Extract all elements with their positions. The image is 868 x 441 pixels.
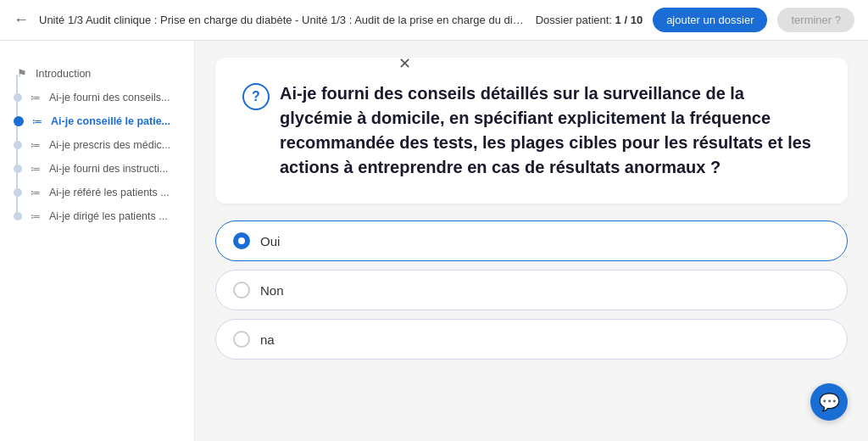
- option-non[interactable]: Non: [215, 270, 848, 310]
- question-text: Ai-je fourni des conseils détaillés sur …: [280, 81, 821, 180]
- sidebar-nav: ⚑ Introduction ≔ Ai-je fourni des consei…: [0, 54, 194, 235]
- question-icon: ?: [242, 83, 270, 110]
- list-icon: ≔: [31, 92, 41, 103]
- question-card: ? Ai-je fourni des conseils détaillés su…: [215, 58, 848, 204]
- list-icon: ≔: [32, 115, 42, 127]
- sidebar-item-label: Ai-je prescris des médic...: [49, 139, 170, 151]
- content-area: ✕ ? Ai-je fourni des conseils détaillés …: [195, 41, 868, 441]
- sidebar: ⚑ Introduction ≔ Ai-je fourni des consei…: [0, 41, 195, 441]
- option-label-na: na: [260, 332, 275, 347]
- sidebar-item-label: Ai-je dirigé les patients ...: [49, 210, 168, 222]
- close-button[interactable]: ✕: [398, 54, 411, 73]
- dot-icon: [14, 141, 22, 149]
- list-icon: ≔: [31, 187, 41, 198]
- dot-icon: [14, 116, 24, 126]
- sidebar-item-label: Ai-je fourni des conseils...: [49, 92, 170, 103]
- header-title: Unité 1/3 Audit clinique : Prise en char…: [39, 14, 526, 26]
- radio-na: [233, 331, 250, 348]
- sidebar-item-label: Ai-je fourni des instructi...: [49, 163, 168, 175]
- sidebar-item-introduction[interactable]: ⚑ Introduction: [0, 61, 194, 86]
- options-list: Oui Non na: [215, 220, 848, 360]
- radio-inner-oui: [238, 237, 245, 244]
- sidebar-item-label: Ai-je conseillé le patie...: [51, 115, 170, 127]
- sidebar-item-q3[interactable]: ≔ Ai-je prescris des médic...: [0, 133, 194, 157]
- option-label-non: Non: [260, 283, 284, 298]
- ajouter-dossier-button[interactable]: ajouter un dossier: [653, 8, 767, 32]
- list-icon: ≔: [31, 139, 41, 151]
- option-na[interactable]: na: [215, 319, 848, 360]
- main-layout: ⚑ Introduction ≔ Ai-je fourni des consei…: [0, 41, 868, 441]
- dot-icon: [14, 188, 22, 197]
- question-header: ? Ai-je fourni des conseils détaillés su…: [242, 81, 821, 180]
- sidebar-item-q4[interactable]: ≔ Ai-je fourni des instructi...: [0, 157, 194, 181]
- sidebar-item-q6[interactable]: ≔ Ai-je dirigé les patients ...: [0, 204, 194, 228]
- flag-icon: ⚑: [17, 67, 27, 80]
- radio-oui: [233, 232, 250, 249]
- list-icon: ≔: [31, 163, 41, 175]
- radio-non: [233, 282, 250, 299]
- sidebar-item-q1[interactable]: ≔ Ai-je fourni des conseils...: [0, 86, 194, 109]
- sidebar-item-label: Introduction: [36, 68, 91, 80]
- dot-icon: [14, 93, 22, 102]
- dossier-label: Dossier patient: 1 / 10: [536, 14, 643, 26]
- terminer-button[interactable]: terminer ?: [777, 8, 854, 32]
- dot-icon: [14, 212, 22, 220]
- sidebar-item-q2[interactable]: ≔ Ai-je conseillé le patie...: [0, 109, 194, 133]
- sidebar-item-q5[interactable]: ≔ Ai-je référé les patients ...: [0, 181, 194, 204]
- list-icon: ≔: [31, 210, 41, 222]
- option-label-oui: Oui: [260, 234, 280, 248]
- chat-icon: 💬: [819, 392, 840, 412]
- header: ← Unité 1/3 Audit clinique : Prise en ch…: [0, 0, 868, 41]
- option-oui[interactable]: Oui: [215, 220, 848, 261]
- chat-bubble-button[interactable]: 💬: [810, 383, 848, 421]
- back-button[interactable]: ←: [14, 11, 29, 29]
- sidebar-item-label: Ai-je référé les patients ...: [49, 187, 170, 198]
- dot-icon: [14, 165, 22, 173]
